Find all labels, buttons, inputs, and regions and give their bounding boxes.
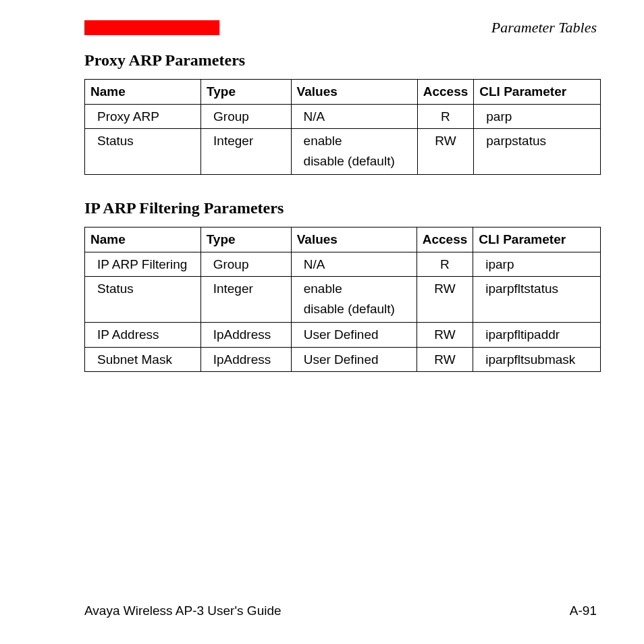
cell-access: R xyxy=(417,104,474,129)
table-row: IP ARP Filtering Group N/A R iparp xyxy=(85,252,601,277)
table-row: Status Integer enable disable (default) … xyxy=(85,277,601,323)
cell-name: Subnet Mask xyxy=(85,347,201,372)
col-name: Name xyxy=(85,80,201,105)
col-type: Type xyxy=(200,227,291,252)
page: Parameter Tables Proxy ARP Parameters Na… xyxy=(0,0,644,644)
cell-cli: parp xyxy=(474,104,601,129)
cell-cli: parpstatus xyxy=(474,129,601,175)
proxy-arp-table: Name Type Values Access CLI Parameter Pr… xyxy=(84,79,601,175)
cell-access: R xyxy=(417,252,473,277)
value-line: disable (default) xyxy=(304,152,412,171)
footer: Avaya Wireless AP-3 User's Guide A-91 xyxy=(84,603,597,618)
cell-type: IpAddress xyxy=(200,323,291,348)
cell-name: IP Address xyxy=(85,323,201,348)
table-row: Subnet Mask IpAddress User Defined RW ip… xyxy=(85,347,601,372)
col-name: Name xyxy=(85,227,201,252)
cell-values: N/A xyxy=(291,252,417,277)
cell-type: Integer xyxy=(201,129,291,175)
value-line: enable xyxy=(304,132,412,151)
col-access: Access xyxy=(417,227,473,252)
cell-access: RW xyxy=(417,323,473,348)
cell-values: enable disable (default) xyxy=(291,277,417,323)
cell-values: enable disable (default) xyxy=(291,129,417,175)
cell-name: Status xyxy=(85,277,201,323)
table-header-row: Name Type Values Access CLI Parameter xyxy=(85,80,601,105)
cell-access: RW xyxy=(417,129,474,175)
cell-name: IP ARP Filtering xyxy=(85,252,201,277)
col-type: Type xyxy=(201,80,291,105)
footer-left: Avaya Wireless AP-3 User's Guide xyxy=(84,603,281,618)
table-row: IP Address IpAddress User Defined RW ipa… xyxy=(85,323,601,348)
value-line: enable xyxy=(304,279,411,298)
cell-values: User Defined xyxy=(291,347,417,372)
cell-cli: iparpfltstatus xyxy=(473,277,601,323)
cell-type: IpAddress xyxy=(200,347,291,372)
cell-cli: iparpfltipaddr xyxy=(473,323,601,348)
ip-arp-filtering-table: Name Type Values Access CLI Parameter IP… xyxy=(84,227,601,372)
cell-values: User Defined xyxy=(291,323,417,348)
cell-access: RW xyxy=(417,347,473,372)
table-row: Proxy ARP Group N/A R parp xyxy=(85,104,601,129)
cell-type: Group xyxy=(201,104,291,129)
table-row: Status Integer enable disable (default) … xyxy=(85,129,601,175)
col-cli: CLI Parameter xyxy=(474,80,601,105)
section-heading-proxy: Proxy ARP Parameters xyxy=(84,51,597,70)
cell-name: Proxy ARP xyxy=(85,104,201,129)
col-values: Values xyxy=(291,80,417,105)
cell-cli: iparpfltsubmask xyxy=(473,347,601,372)
cell-values: N/A xyxy=(291,104,417,129)
footer-right: A-91 xyxy=(570,603,597,618)
table-header-row: Name Type Values Access CLI Parameter xyxy=(85,227,601,252)
header-title: Parameter Tables xyxy=(491,19,597,36)
cell-access: RW xyxy=(417,277,473,323)
cell-cli: iparp xyxy=(473,252,601,277)
header: Parameter Tables xyxy=(84,19,597,36)
cell-name: Status xyxy=(85,129,201,175)
col-cli: CLI Parameter xyxy=(473,227,601,252)
value-line: disable (default) xyxy=(304,300,411,319)
cell-type: Integer xyxy=(200,277,291,323)
col-values: Values xyxy=(291,227,417,252)
cell-type: Group xyxy=(200,252,291,277)
section-heading-iparp: IP ARP Filtering Parameters xyxy=(84,199,597,217)
header-red-bar xyxy=(84,20,219,35)
col-access: Access xyxy=(417,80,474,105)
